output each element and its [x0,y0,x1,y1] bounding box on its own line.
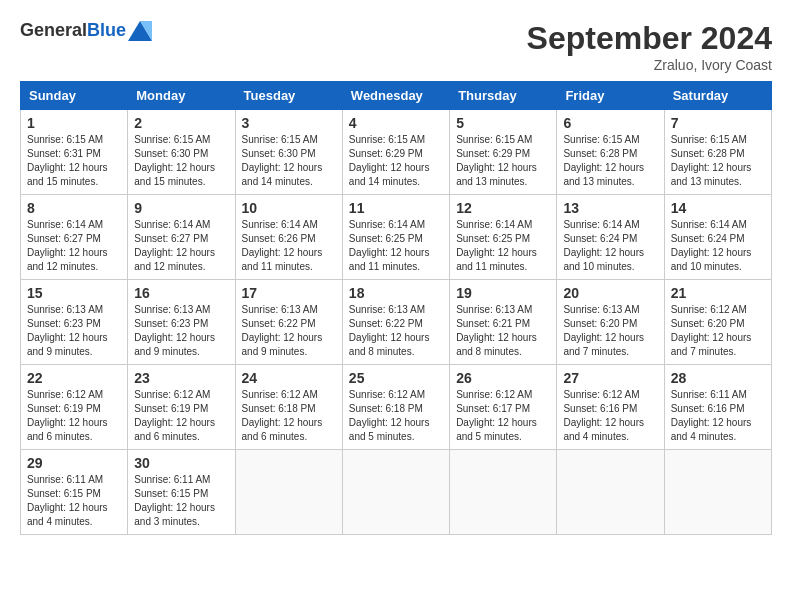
day-info: Sunrise: 6:11 AM Sunset: 6:15 PM Dayligh… [27,473,121,529]
day-number: 2 [134,115,228,131]
table-row: 12 Sunrise: 6:14 AM Sunset: 6:25 PM Dayl… [450,195,557,280]
table-row: 24 Sunrise: 6:12 AM Sunset: 6:18 PM Dayl… [235,365,342,450]
calendar-header-row: Sunday Monday Tuesday Wednesday Thursday… [21,82,772,110]
day-info: Sunrise: 6:12 AM Sunset: 6:19 PM Dayligh… [134,388,228,444]
location-subtitle: Zraluo, Ivory Coast [527,57,772,73]
day-info: Sunrise: 6:15 AM Sunset: 6:28 PM Dayligh… [563,133,657,189]
day-info: Sunrise: 6:13 AM Sunset: 6:23 PM Dayligh… [134,303,228,359]
day-number: 22 [27,370,121,386]
day-info: Sunrise: 6:11 AM Sunset: 6:16 PM Dayligh… [671,388,765,444]
table-row: 5 Sunrise: 6:15 AM Sunset: 6:29 PM Dayli… [450,110,557,195]
table-row: 6 Sunrise: 6:15 AM Sunset: 6:28 PM Dayli… [557,110,664,195]
day-info: Sunrise: 6:12 AM Sunset: 6:18 PM Dayligh… [349,388,443,444]
table-row: 28 Sunrise: 6:11 AM Sunset: 6:16 PM Dayl… [664,365,771,450]
day-info: Sunrise: 6:12 AM Sunset: 6:18 PM Dayligh… [242,388,336,444]
table-row: 2 Sunrise: 6:15 AM Sunset: 6:30 PM Dayli… [128,110,235,195]
table-row: 18 Sunrise: 6:13 AM Sunset: 6:22 PM Dayl… [342,280,449,365]
day-number: 26 [456,370,550,386]
day-number: 6 [563,115,657,131]
table-row: 13 Sunrise: 6:14 AM Sunset: 6:24 PM Dayl… [557,195,664,280]
day-number: 10 [242,200,336,216]
table-row: 17 Sunrise: 6:13 AM Sunset: 6:22 PM Dayl… [235,280,342,365]
day-info: Sunrise: 6:13 AM Sunset: 6:22 PM Dayligh… [349,303,443,359]
calendar-week-1: 1 Sunrise: 6:15 AM Sunset: 6:31 PM Dayli… [21,110,772,195]
calendar-week-2: 8 Sunrise: 6:14 AM Sunset: 6:27 PM Dayli… [21,195,772,280]
logo-general: GeneralBlue [20,20,126,41]
calendar-week-5: 29 Sunrise: 6:11 AM Sunset: 6:15 PM Dayl… [21,450,772,535]
col-monday: Monday [128,82,235,110]
col-sunday: Sunday [21,82,128,110]
logo: GeneralBlue [20,20,152,41]
day-number: 16 [134,285,228,301]
col-friday: Friday [557,82,664,110]
day-number: 17 [242,285,336,301]
day-info: Sunrise: 6:14 AM Sunset: 6:27 PM Dayligh… [27,218,121,274]
page-header: GeneralBlue September 2024 Zraluo, Ivory… [20,20,772,73]
table-row: 16 Sunrise: 6:13 AM Sunset: 6:23 PM Dayl… [128,280,235,365]
day-number: 1 [27,115,121,131]
table-row [664,450,771,535]
day-info: Sunrise: 6:14 AM Sunset: 6:25 PM Dayligh… [349,218,443,274]
table-row [450,450,557,535]
day-info: Sunrise: 6:14 AM Sunset: 6:24 PM Dayligh… [671,218,765,274]
table-row: 9 Sunrise: 6:14 AM Sunset: 6:27 PM Dayli… [128,195,235,280]
day-info: Sunrise: 6:13 AM Sunset: 6:21 PM Dayligh… [456,303,550,359]
day-info: Sunrise: 6:13 AM Sunset: 6:20 PM Dayligh… [563,303,657,359]
day-info: Sunrise: 6:12 AM Sunset: 6:16 PM Dayligh… [563,388,657,444]
day-number: 25 [349,370,443,386]
day-number: 30 [134,455,228,471]
day-number: 4 [349,115,443,131]
day-number: 12 [456,200,550,216]
table-row: 11 Sunrise: 6:14 AM Sunset: 6:25 PM Dayl… [342,195,449,280]
day-info: Sunrise: 6:14 AM Sunset: 6:26 PM Dayligh… [242,218,336,274]
table-row: 22 Sunrise: 6:12 AM Sunset: 6:19 PM Dayl… [21,365,128,450]
day-number: 23 [134,370,228,386]
table-row: 30 Sunrise: 6:11 AM Sunset: 6:15 PM Dayl… [128,450,235,535]
title-area: September 2024 Zraluo, Ivory Coast [527,20,772,73]
table-row: 21 Sunrise: 6:12 AM Sunset: 6:20 PM Dayl… [664,280,771,365]
col-saturday: Saturday [664,82,771,110]
logo-icon [128,21,152,41]
col-thursday: Thursday [450,82,557,110]
day-info: Sunrise: 6:11 AM Sunset: 6:15 PM Dayligh… [134,473,228,529]
day-number: 14 [671,200,765,216]
month-title: September 2024 [527,20,772,57]
table-row: 19 Sunrise: 6:13 AM Sunset: 6:21 PM Dayl… [450,280,557,365]
table-row [557,450,664,535]
day-info: Sunrise: 6:15 AM Sunset: 6:29 PM Dayligh… [456,133,550,189]
day-info: Sunrise: 6:14 AM Sunset: 6:24 PM Dayligh… [563,218,657,274]
day-number: 18 [349,285,443,301]
day-info: Sunrise: 6:15 AM Sunset: 6:31 PM Dayligh… [27,133,121,189]
day-info: Sunrise: 6:15 AM Sunset: 6:29 PM Dayligh… [349,133,443,189]
calendar-week-3: 15 Sunrise: 6:13 AM Sunset: 6:23 PM Dayl… [21,280,772,365]
calendar-table: Sunday Monday Tuesday Wednesday Thursday… [20,81,772,535]
calendar-week-4: 22 Sunrise: 6:12 AM Sunset: 6:19 PM Dayl… [21,365,772,450]
day-number: 5 [456,115,550,131]
day-number: 7 [671,115,765,131]
table-row: 3 Sunrise: 6:15 AM Sunset: 6:30 PM Dayli… [235,110,342,195]
table-row: 23 Sunrise: 6:12 AM Sunset: 6:19 PM Dayl… [128,365,235,450]
day-info: Sunrise: 6:14 AM Sunset: 6:25 PM Dayligh… [456,218,550,274]
day-number: 3 [242,115,336,131]
day-info: Sunrise: 6:15 AM Sunset: 6:30 PM Dayligh… [242,133,336,189]
table-row: 4 Sunrise: 6:15 AM Sunset: 6:29 PM Dayli… [342,110,449,195]
day-info: Sunrise: 6:13 AM Sunset: 6:22 PM Dayligh… [242,303,336,359]
col-wednesday: Wednesday [342,82,449,110]
table-row: 10 Sunrise: 6:14 AM Sunset: 6:26 PM Dayl… [235,195,342,280]
day-number: 21 [671,285,765,301]
table-row: 1 Sunrise: 6:15 AM Sunset: 6:31 PM Dayli… [21,110,128,195]
day-number: 11 [349,200,443,216]
day-number: 20 [563,285,657,301]
day-number: 29 [27,455,121,471]
table-row: 7 Sunrise: 6:15 AM Sunset: 6:28 PM Dayli… [664,110,771,195]
table-row: 14 Sunrise: 6:14 AM Sunset: 6:24 PM Dayl… [664,195,771,280]
day-number: 28 [671,370,765,386]
day-number: 8 [27,200,121,216]
day-number: 19 [456,285,550,301]
table-row: 15 Sunrise: 6:13 AM Sunset: 6:23 PM Dayl… [21,280,128,365]
table-row: 20 Sunrise: 6:13 AM Sunset: 6:20 PM Dayl… [557,280,664,365]
day-number: 15 [27,285,121,301]
table-row: 25 Sunrise: 6:12 AM Sunset: 6:18 PM Dayl… [342,365,449,450]
day-info: Sunrise: 6:14 AM Sunset: 6:27 PM Dayligh… [134,218,228,274]
col-tuesday: Tuesday [235,82,342,110]
